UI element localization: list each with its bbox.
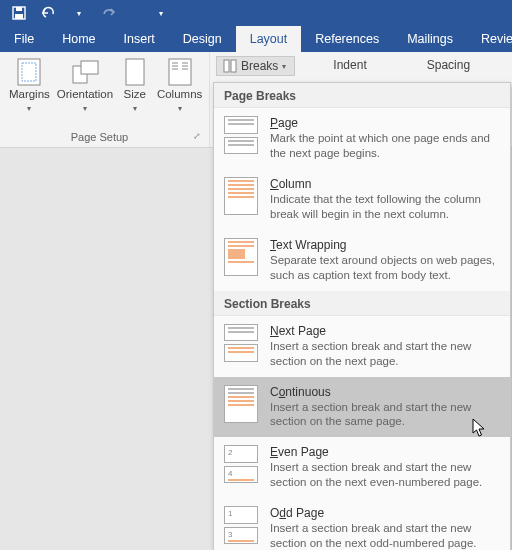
svg-rect-1 bbox=[16, 7, 22, 11]
qat-customize-button[interactable]: ▾ bbox=[148, 3, 174, 25]
section-header-section-breaks: Section Breaks bbox=[214, 291, 510, 316]
menu-item-column[interactable]: Column Indicate that the text following … bbox=[214, 169, 510, 230]
undo-button[interactable] bbox=[36, 2, 62, 24]
group-page-setup: Margins ▾ Orientation ▾ Size ▾ Columns ▾… bbox=[0, 52, 210, 147]
margins-icon bbox=[15, 58, 43, 86]
size-icon bbox=[121, 58, 149, 86]
margins-button[interactable]: Margins ▾ bbox=[6, 56, 53, 113]
orientation-button[interactable]: Orientation ▾ bbox=[57, 56, 113, 113]
quick-access-toolbar: ▾ ▾ bbox=[0, 0, 512, 26]
breaks-icon bbox=[223, 59, 237, 73]
svg-rect-2 bbox=[15, 14, 23, 19]
menu-item-continuous[interactable]: Continuous Insert a section break and st… bbox=[214, 377, 510, 438]
size-button[interactable]: Size ▾ bbox=[117, 56, 152, 113]
tab-file[interactable]: File bbox=[0, 26, 48, 52]
menu-item-next-page[interactable]: Next Page Insert a section break and sta… bbox=[214, 316, 510, 377]
chevron-down-icon: ▾ bbox=[83, 104, 87, 113]
columns-button[interactable]: Columns ▾ bbox=[156, 56, 203, 113]
dialog-launcher-icon[interactable]: ⤢ bbox=[193, 131, 203, 141]
svg-rect-7 bbox=[126, 59, 144, 85]
chevron-down-icon: ▾ bbox=[178, 104, 182, 113]
redo-button[interactable] bbox=[96, 2, 122, 24]
mouse-cursor-icon bbox=[472, 418, 486, 438]
page-break-icon bbox=[224, 116, 258, 154]
svg-rect-6 bbox=[81, 61, 98, 74]
even-page-break-icon: 2 4 bbox=[224, 445, 258, 483]
tab-insert[interactable]: Insert bbox=[110, 26, 169, 52]
column-break-icon bbox=[224, 177, 258, 215]
ribbon-tabs: File Home Insert Design Layout Reference… bbox=[0, 26, 512, 52]
spacing-label: Spacing bbox=[427, 58, 470, 72]
chevron-down-icon: ▾ bbox=[133, 104, 137, 113]
tab-references[interactable]: References bbox=[301, 26, 393, 52]
menu-item-even-page[interactable]: 2 4 Even Page Insert a section break and… bbox=[214, 437, 510, 498]
menu-item-page[interactable]: Page Mark the point at which one page en… bbox=[214, 108, 510, 169]
undo-dropdown[interactable]: ▾ bbox=[66, 3, 92, 25]
save-button[interactable] bbox=[6, 2, 32, 24]
tab-design[interactable]: Design bbox=[169, 26, 236, 52]
continuous-break-icon bbox=[224, 385, 258, 423]
orientation-icon bbox=[71, 58, 99, 86]
group-label-page-setup: Page Setup⤢ bbox=[6, 130, 203, 145]
tab-home[interactable]: Home bbox=[48, 26, 109, 52]
svg-rect-15 bbox=[224, 60, 229, 72]
breaks-dropdown-menu: Page Breaks Page Mark the point at which… bbox=[213, 82, 511, 550]
chevron-down-icon: ▾ bbox=[27, 104, 31, 113]
svg-rect-16 bbox=[231, 60, 236, 72]
tab-mailings[interactable]: Mailings bbox=[393, 26, 467, 52]
tab-layout[interactable]: Layout bbox=[236, 26, 302, 52]
tab-review[interactable]: Revie bbox=[467, 26, 512, 52]
next-page-break-icon bbox=[224, 324, 258, 362]
text-wrapping-break-icon bbox=[224, 238, 258, 276]
columns-icon bbox=[166, 58, 194, 86]
menu-item-text-wrapping[interactable]: Text Wrapping Separate text around objec… bbox=[214, 230, 510, 291]
menu-item-odd-page[interactable]: 1 3 Odd Page Insert a section break and … bbox=[214, 498, 510, 550]
section-header-page-breaks: Page Breaks bbox=[214, 83, 510, 108]
odd-page-break-icon: 1 3 bbox=[224, 506, 258, 544]
indent-label: Indent bbox=[333, 58, 366, 72]
breaks-dropdown-button[interactable]: Breaks ▾ bbox=[216, 56, 295, 76]
chevron-down-icon: ▾ bbox=[282, 62, 286, 71]
